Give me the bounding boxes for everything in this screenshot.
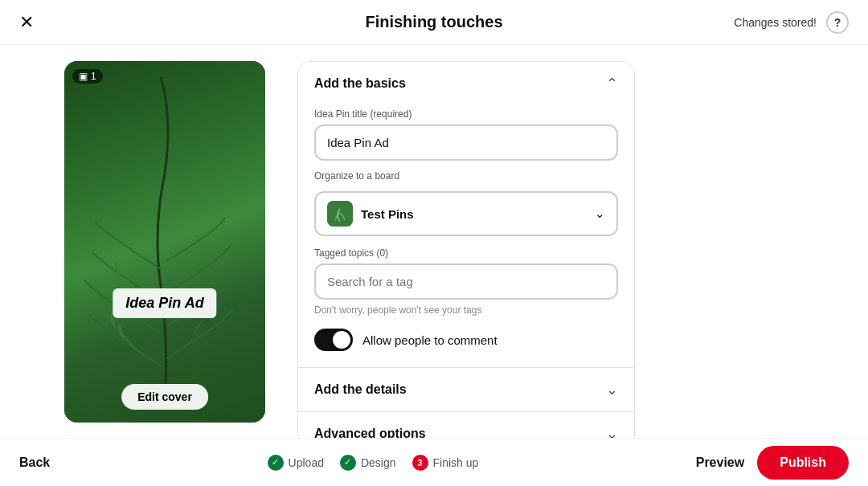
basics-chevron-up-icon: ⌃ [606,75,618,92]
step-finish-label: Finish up [433,456,479,469]
board-name: Test Pins [361,207,414,221]
pin-overlay-text: Idea Pin Ad [113,288,216,318]
basics-section-title: Add the basics [314,76,406,91]
step-upload-label: Upload [289,456,324,469]
basics-section-header[interactable]: Add the basics ⌃ [298,62,634,105]
fern-image: ▣ 1 Idea Pin Ad Edit cover [64,61,265,423]
tagged-topics-label: Tagged topics (0) [314,247,618,259]
step-finish-check: 3 [412,455,428,471]
help-button[interactable]: ? [826,11,849,34]
allow-comment-label: Allow people to comment [362,333,497,347]
footer-right-actions: Preview Publish [696,446,849,480]
image-count-badge: ▣ 1 [72,69,103,84]
form-panel: Add the basics ⌃ Idea Pin title (require… [297,61,635,438]
allow-comment-row: Allow people to comment [314,329,618,351]
advanced-chevron-down-icon: ⌄ [606,425,618,438]
step-design-label: Design [361,456,396,469]
toggle-thumb [333,331,350,349]
step-design-check: ✓ [340,455,356,471]
header-actions: Changes stored! ? [734,11,849,34]
details-section-header[interactable]: Add the details ⌄ [298,368,634,411]
advanced-section: Advanced options ⌄ [298,412,634,438]
board-label: Organize to a board [314,170,618,182]
close-icon[interactable]: ✕ [19,12,34,33]
toggle-track [314,329,353,351]
main-content: ▣ 1 Idea Pin Ad Edit cover Add the basic… [0,45,868,438]
image-panel: ▣ 1 Idea Pin Ad Edit cover [64,61,265,423]
title-field-label: Idea Pin title (required) [314,108,618,120]
details-section: Add the details ⌄ [298,368,634,412]
tag-hint: Don't worry, people won't see your tags [314,304,618,316]
basics-section-body: Idea Pin title (required) Organize to a … [298,105,634,367]
step-finish: 3 Finish up [412,455,479,471]
edit-cover-button[interactable]: Edit cover [121,384,208,410]
details-chevron-down-icon: ⌄ [606,381,618,398]
board-select-left: Test Pins [327,201,414,227]
title-input[interactable] [314,125,618,161]
fern-decoration [64,61,265,423]
back-button[interactable]: Back [19,455,50,470]
changes-stored-text: Changes stored! [734,16,817,29]
basics-section: Add the basics ⌃ Idea Pin title (require… [298,62,634,368]
details-section-title: Add the details [314,382,407,397]
board-thumbnail [327,201,353,227]
advanced-section-header[interactable]: Advanced options ⌄ [298,412,634,438]
header: ✕ Finishing touches Changes stored! ? [0,0,868,45]
board-select[interactable]: Test Pins ⌄ [314,191,618,236]
steps-indicator: ✓ Upload ✓ Design 3 Finish up [268,455,479,471]
publish-button[interactable]: Publish [757,446,849,480]
step-upload: ✓ Upload [268,455,324,471]
allow-comment-toggle[interactable] [314,329,353,351]
board-chevron-down-icon: ⌄ [595,206,605,221]
page-title: Finishing touches [365,13,502,31]
footer: Back ✓ Upload ✓ Design 3 Finish up Previ… [0,438,868,486]
advanced-section-title: Advanced options [314,427,426,438]
tag-search-input[interactable] [314,263,618,300]
step-design: ✓ Design [340,455,396,471]
preview-button[interactable]: Preview [696,455,744,470]
step-upload-check: ✓ [268,455,284,471]
